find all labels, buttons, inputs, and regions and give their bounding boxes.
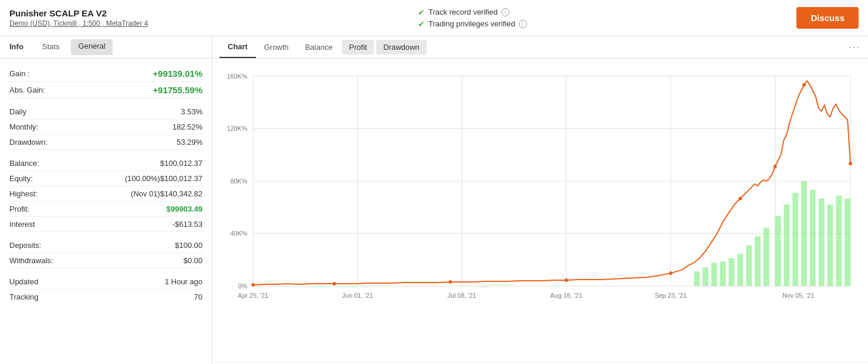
- tracking-row: Tracking 70: [9, 290, 202, 304]
- svg-rect-40: [845, 199, 850, 286]
- svg-text:Apr 25, '21: Apr 25, '21: [238, 292, 268, 299]
- chart-legend: Equity Growth Growth: [212, 362, 868, 364]
- header-left: Punisher SCALP EA V2 Demo (USD), Tickmil…: [9, 8, 148, 28]
- ea-title: Punisher SCALP EA V2: [9, 8, 148, 18]
- track-record-label: Track record verified: [428, 8, 498, 16]
- chart-area: 160K% 120K% 80K% 40K% 0% Apr 25, '21 Jun…: [212, 59, 868, 362]
- updated-row: Updated 1 Hour ago: [9, 274, 202, 290]
- highest-row: Highest: (Nov 01)$140,342.82: [9, 186, 202, 202]
- abs-gain-row: Abs. Gain: +91755.59%: [9, 82, 202, 98]
- svg-rect-23: [694, 271, 700, 286]
- svg-rect-33: [783, 205, 789, 286]
- tab-growth[interactable]: Growth: [256, 37, 297, 57]
- svg-rect-25: [711, 263, 717, 286]
- svg-rect-31: [764, 228, 769, 286]
- updated-label: Updated: [9, 277, 38, 286]
- svg-rect-38: [828, 205, 833, 286]
- drawdown-value: 53.29%: [177, 138, 202, 147]
- svg-text:Nov 05, '21: Nov 05, '21: [782, 292, 815, 299]
- svg-rect-27: [729, 258, 735, 286]
- svg-text:0%: 0%: [238, 283, 248, 290]
- svg-rect-28: [737, 254, 743, 286]
- tab-profit[interactable]: Profit: [342, 40, 374, 55]
- svg-point-46: [738, 197, 742, 200]
- deposits-row: Deposits: $100.00: [9, 238, 202, 253]
- withdrawals-value: $0.00: [183, 256, 202, 265]
- trading-privileges-info-icon[interactable]: i: [519, 20, 527, 28]
- equity-pct: (100.00%): [125, 174, 160, 183]
- monthly-row: Monthly: 182.52%: [9, 120, 202, 135]
- chart-svg: 160K% 120K% 80K% 40K% 0% Apr 25, '21 Jun…: [218, 64, 856, 333]
- equity-row: Equity: (100.00%)$100,012.37: [9, 171, 202, 186]
- drawdown-row: Drawdown: 53.29%: [9, 135, 202, 150]
- svg-point-44: [565, 278, 568, 282]
- withdrawals-label: Withdrawals:: [9, 256, 53, 265]
- tab-general[interactable]: General: [71, 39, 112, 55]
- svg-rect-39: [836, 196, 842, 286]
- svg-rect-36: [810, 190, 816, 286]
- monthly-label: Monthly:: [9, 123, 38, 131]
- profit-value: $99903.49: [167, 205, 202, 213]
- check-icon-track: ✔: [418, 8, 425, 17]
- withdrawals-row: Withdrawals: $0.00: [9, 253, 202, 268]
- svg-text:Jun 01, '21: Jun 01, '21: [342, 292, 373, 299]
- deposits-value: $100.00: [175, 241, 202, 250]
- svg-text:Sep 23, '21: Sep 23, '21: [654, 292, 687, 299]
- svg-point-43: [448, 280, 452, 284]
- svg-rect-37: [819, 199, 825, 286]
- header: Punisher SCALP EA V2 Demo (USD), Tickmil…: [0, 0, 868, 36]
- svg-rect-24: [702, 267, 708, 286]
- profit-label: Profit:: [9, 205, 29, 213]
- daily-value: 3.53%: [181, 107, 202, 116]
- svg-rect-35: [801, 181, 807, 286]
- svg-point-45: [669, 271, 673, 275]
- balance-label: Balance:: [9, 159, 39, 168]
- monthly-value: 182.52%: [173, 123, 202, 131]
- discuss-button[interactable]: Discuss: [796, 7, 859, 29]
- verification-info: ✔ Track record verified i ✔ Trading priv…: [418, 8, 527, 29]
- tracking-value: 70: [194, 292, 202, 301]
- track-record-info-icon[interactable]: i: [501, 8, 509, 16]
- balance-row: Balance: $100,012.37: [9, 156, 202, 171]
- highest-value: (Nov 01)$140,342.82: [131, 189, 202, 198]
- deposits-label: Deposits:: [9, 241, 41, 250]
- more-options-button[interactable]: ···: [849, 41, 861, 53]
- svg-rect-30: [755, 236, 761, 286]
- svg-point-41: [251, 283, 255, 287]
- tab-drawdown[interactable]: Drawdown: [376, 40, 426, 55]
- daily-label: Daily: [9, 107, 26, 116]
- interest-value: -$613.53: [173, 220, 202, 229]
- equity-value: (100.00%)$100,012.37: [125, 174, 202, 183]
- svg-rect-34: [792, 193, 798, 286]
- svg-rect-32: [775, 216, 781, 286]
- tab-info[interactable]: Info: [0, 36, 33, 58]
- right-tabs: Chart Growth Balance Profit Drawdown ···: [212, 36, 868, 59]
- trading-privileges-label: Trading privileges verified: [428, 19, 515, 28]
- interest-label: Interest: [9, 220, 35, 229]
- tab-chart[interactable]: Chart: [219, 36, 256, 58]
- balance-value: $100,012.37: [160, 159, 202, 168]
- track-record-verified: ✔ Track record verified i: [418, 8, 527, 17]
- drawdown-label: Drawdown:: [9, 138, 48, 147]
- svg-text:120K%: 120K%: [227, 125, 247, 132]
- svg-text:Aug 16, '21: Aug 16, '21: [550, 292, 583, 299]
- updated-value: 1 Hour ago: [165, 277, 202, 286]
- abs-gain-value: +91755.59%: [153, 85, 202, 95]
- stats-content: Gain : +99139.01% Abs. Gain: +91755.59% …: [0, 59, 212, 364]
- svg-point-49: [849, 162, 852, 165]
- highest-label: Highest:: [9, 189, 38, 198]
- daily-row: Daily 3.53%: [9, 104, 202, 120]
- gain-value: +99139.01%: [153, 69, 202, 79]
- interest-row: Interest -$613.53: [9, 217, 202, 232]
- tab-stats[interactable]: Stats: [33, 36, 69, 58]
- svg-text:40K%: 40K%: [230, 230, 247, 237]
- equity-label: Equity:: [9, 174, 33, 183]
- profit-row: Profit: $99903.49: [9, 202, 202, 217]
- ea-subtitle: Demo (USD), Tickmill , 1:500 , MetaTrade…: [9, 19, 148, 28]
- svg-rect-29: [746, 245, 752, 286]
- right-panel: Chart Growth Balance Profit Drawdown ···: [212, 36, 868, 364]
- tab-balance[interactable]: Balance: [297, 37, 341, 57]
- gain-label: Gain :: [9, 69, 30, 78]
- gain-row: Gain : +99139.01%: [9, 66, 202, 82]
- svg-text:160K%: 160K%: [227, 73, 247, 80]
